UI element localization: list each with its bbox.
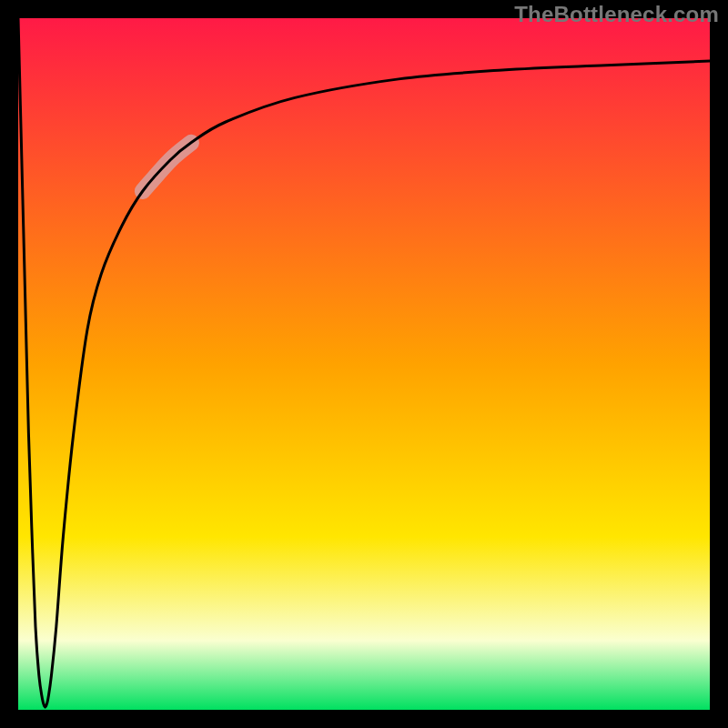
- bottleneck-chart: [0, 0, 728, 728]
- watermark-text: TheBottleneck.com: [514, 2, 719, 27]
- chart-background-gradient: [18, 18, 710, 710]
- chart-stage: TheBottleneck.com: [0, 0, 728, 728]
